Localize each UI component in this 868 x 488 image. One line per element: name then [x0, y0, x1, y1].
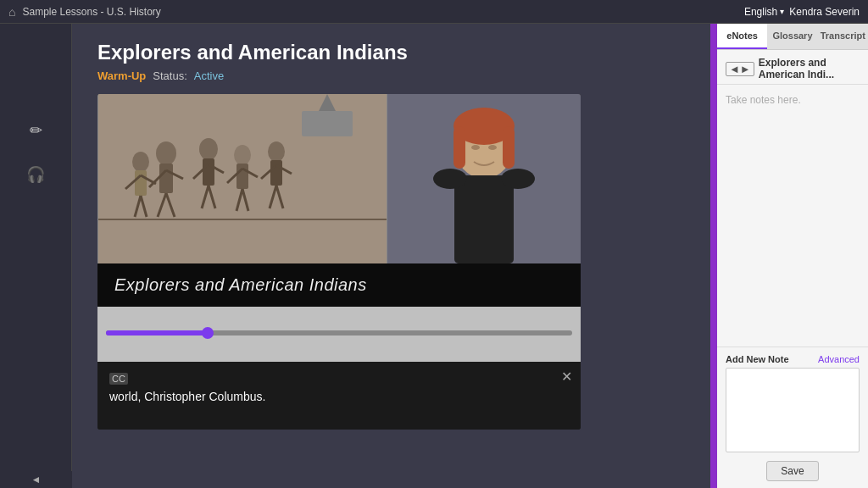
right-tabs: eNotes Glossary Transcript — [717, 24, 868, 50]
content-area: Explorers and American Indians Warm-Up S… — [72, 24, 710, 488]
note-textarea[interactable] — [726, 368, 860, 452]
user-name: Kendra Severin — [789, 6, 860, 18]
svg-rect-41 — [454, 175, 514, 263]
lesson-title: Explorers and American Indians — [97, 41, 685, 64]
add-note-label: Add New Note — [726, 354, 789, 364]
notes-panel-title: Explorers and American Indi... — [759, 57, 860, 80]
notes-body[interactable]: Take notes here. — [717, 85, 868, 347]
presenter-figure — [416, 94, 552, 263]
collapse-button[interactable]: ◄► — [726, 62, 754, 76]
sketch-illustration — [97, 94, 387, 263]
caption-area: CC ✕ world, Christopher Columbus. — [97, 362, 581, 430]
svg-point-3 — [156, 141, 176, 165]
top-bar-right: English ▾ Kendra Severin — [744, 6, 860, 18]
top-bar-left: ⌂ Sample Lessons - U.S. History — [8, 5, 161, 19]
caption-text: world, Christopher Columbus. — [109, 390, 569, 403]
language-selector[interactable]: English ▾ — [744, 6, 784, 18]
back-arrow-icon[interactable]: ◄ — [31, 474, 42, 485]
video-background — [97, 94, 387, 263]
save-button[interactable]: Save — [766, 461, 818, 481]
lesson-meta: Warm-Up Status: Active — [97, 69, 685, 82]
svg-point-43 — [501, 169, 535, 189]
svg-point-27 — [268, 141, 285, 162]
bottom-bar: ◄ — [0, 471, 72, 488]
svg-rect-22 — [135, 170, 147, 196]
caption-close-icon[interactable]: ✕ — [561, 369, 572, 385]
chevron-down-icon: ▾ — [780, 7, 784, 16]
tab-glossary[interactable]: Glossary — [767, 24, 817, 49]
left-sidebar: ✏ 🎧 — [0, 24, 72, 488]
video-controls[interactable] — [97, 307, 581, 362]
svg-point-42 — [433, 169, 467, 189]
add-note-section: Add New Note Advanced Save — [717, 347, 868, 488]
svg-rect-28 — [270, 160, 282, 186]
headphone-icon[interactable]: 🎧 — [22, 161, 49, 188]
video-main — [97, 94, 581, 263]
warm-up-label: Warm-Up — [97, 69, 146, 82]
status-label: Status: — [153, 69, 186, 82]
svg-point-9 — [199, 138, 218, 160]
svg-rect-4 — [159, 164, 173, 193]
svg-rect-38 — [503, 126, 515, 169]
top-bar: ⌂ Sample Lessons - U.S. History English … — [0, 0, 868, 24]
notes-placeholder: Take notes here. — [726, 94, 801, 106]
svg-rect-37 — [453, 126, 465, 169]
add-note-header: Add New Note Advanced — [726, 354, 860, 364]
video-presenter — [387, 94, 581, 263]
main-layout: ✏ 🎧 Explorers and American Indians Warm-… — [0, 24, 868, 488]
video-container: Explorers and American Indians CC ✕ worl… — [97, 94, 581, 430]
svg-rect-10 — [203, 158, 214, 186]
tab-enotes[interactable]: eNotes — [717, 24, 767, 49]
right-panel: eNotes Glossary Transcript ◄► Explorers … — [717, 24, 868, 488]
svg-point-47 — [202, 327, 214, 339]
notes-header: ◄► Explorers and American Indi... — [717, 50, 868, 85]
cc-icon: CC — [109, 373, 128, 385]
breadcrumb: Sample Lessons - U.S. History — [22, 6, 160, 18]
svg-rect-46 — [106, 330, 208, 336]
svg-rect-16 — [236, 164, 248, 189]
tab-transcript[interactable]: Transcript — [818, 24, 868, 49]
svg-rect-1 — [302, 111, 353, 136]
progress-area[interactable] — [97, 307, 581, 362]
svg-point-15 — [234, 145, 251, 165]
panel-divider[interactable] — [710, 24, 717, 488]
svg-point-40 — [488, 145, 497, 150]
video-title-overlay: Explorers and American Indians — [97, 263, 581, 307]
advanced-link[interactable]: Advanced — [818, 354, 860, 364]
svg-point-21 — [132, 152, 149, 172]
status-value: Active — [194, 69, 224, 82]
svg-point-39 — [471, 145, 480, 150]
pencil-icon[interactable]: ✏ — [25, 117, 47, 144]
home-icon[interactable]: ⌂ — [8, 5, 15, 19]
language-label: English — [744, 6, 777, 18]
